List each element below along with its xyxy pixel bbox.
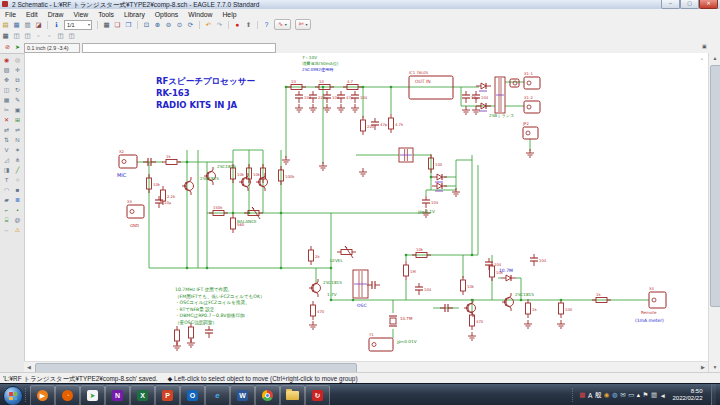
resistor[interactable]: 1k (162, 154, 181, 165)
copy-icon[interactable]: ⧉ (12, 75, 23, 85)
menu-view[interactable]: View (69, 11, 94, 18)
red-label[interactable]: Remote (641, 310, 657, 315)
ground-symbol[interactable] (295, 104, 303, 112)
resistor[interactable]: 150k (209, 205, 228, 216)
help-icon[interactable]: ? (262, 20, 272, 29)
menu-tools[interactable]: Tools (93, 11, 119, 18)
zoom-in-icon[interactable]: ⊕ (153, 20, 163, 29)
junction-dot[interactable] (430, 176, 433, 179)
zoom-out-icon[interactable]: ⊖ (164, 20, 174, 29)
resistor[interactable]: 1k (592, 292, 611, 303)
menu-edit[interactable]: Edit (21, 11, 43, 18)
blue-label[interactable]: 10.7M (499, 268, 513, 273)
menu-library[interactable]: Library (119, 11, 150, 18)
miter-icon[interactable]: ◿ (1, 155, 12, 165)
taskbar-app-file-explorer[interactable] (280, 385, 305, 405)
schematic-note[interactable]: ・DBMCはRP0.7～0.8V前後印加 (175, 313, 245, 319)
junction-dot[interactable] (280, 267, 283, 270)
top-note[interactable]: 消費電流(50mA位) (302, 61, 339, 66)
taskbar-app-firefox[interactable]: ◔ (55, 385, 80, 405)
green-label[interactable]: 2SC1815 (217, 164, 236, 169)
junction-dot[interactable] (560, 299, 563, 302)
ground-symbol[interactable] (468, 332, 476, 340)
taskbar-app-internet-explorer[interactable]: e (205, 385, 230, 405)
schematic-note[interactable]: ・OSCコイルはFCZコイルを推奨。 (175, 299, 250, 306)
ground-symbol[interactable] (319, 162, 327, 170)
vertical-scroll-thumb[interactable] (710, 65, 720, 307)
rotate-icon[interactable]: ↻ (12, 85, 23, 95)
green-label[interactable]: 2SC1815 (323, 280, 342, 285)
ground-symbol[interactable] (337, 104, 345, 112)
swap-layer2-icon[interactable]: ◫ (23, 31, 33, 40)
zoom-fit-icon[interactable]: ⊡ (142, 20, 152, 29)
transistor[interactable] (309, 279, 321, 297)
connector-box[interactable]: X4 (649, 286, 666, 308)
capacitor[interactable]: 104 (295, 91, 312, 103)
scroll-up-arrow[interactable]: ▲ (709, 53, 720, 63)
resistor[interactable]: 10k (461, 276, 475, 295)
polygon-icon[interactable]: ▰ (1, 195, 12, 205)
red-label[interactable]: 10.7M (400, 316, 413, 321)
green-label[interactable]: 2SC1815 (200, 176, 219, 181)
junction-dot[interactable] (405, 254, 408, 257)
transformer[interactable] (353, 270, 368, 298)
capacitor[interactable]: 103 (422, 196, 439, 208)
add-icon[interactable]: ⊞ (12, 115, 23, 125)
ground-symbol[interactable] (351, 104, 359, 112)
rect-icon[interactable]: ■ (12, 185, 23, 195)
junction-dot[interactable] (206, 267, 209, 270)
zoom-redraw-icon[interactable]: ⟳ (186, 20, 196, 29)
ground-symbol[interactable] (526, 149, 534, 157)
connector-box[interactable]: JP2 (522, 121, 538, 139)
run-icon[interactable]: ⬆ (244, 20, 254, 29)
promo-button-1[interactable]: ∿ ▾ (274, 19, 291, 30)
paste-icon[interactable]: ▣ (12, 105, 23, 115)
menu-options[interactable]: Options (150, 11, 183, 18)
top-note[interactable]: 7～10V (302, 55, 317, 60)
transistor[interactable] (182, 177, 194, 195)
ground-symbol[interactable] (472, 106, 480, 114)
junction-dot[interactable] (471, 254, 474, 257)
replace-icon[interactable]: ⇌ (12, 125, 23, 135)
capacitor[interactable]: 104 (351, 91, 368, 103)
transformer[interactable] (399, 148, 413, 162)
junction-dot[interactable] (186, 267, 189, 270)
change-icon[interactable]: ✎ (12, 95, 23, 105)
wire-icon[interactable]: ╱ (12, 165, 23, 175)
print-icon[interactable]: ▥ (23, 20, 33, 29)
close-button[interactable]: ✕ (699, 0, 718, 9)
junction-dot[interactable] (330, 267, 333, 270)
tray-icon-3[interactable]: ✉ (620, 391, 625, 399)
start-button[interactable] (3, 386, 23, 405)
schematic-note[interactable]: （要OSC強度調整） (175, 319, 217, 326)
text-icon[interactable]: T (1, 175, 12, 185)
stop-icon[interactable]: ● (233, 20, 243, 29)
transistor[interactable] (502, 293, 514, 311)
label-icon[interactable]: ⌸ (1, 215, 12, 225)
ground-symbol[interactable] (173, 342, 181, 350)
blue-label[interactable]: OSC (357, 303, 367, 308)
junction-dot[interactable] (520, 299, 523, 302)
transistor[interactable] (464, 299, 476, 317)
junction-dot[interactable] (471, 299, 474, 302)
resistor[interactable]: 4.7 (343, 79, 362, 90)
ground-symbol[interactable] (309, 321, 317, 329)
resistor[interactable]: 10 (287, 79, 306, 90)
connector-box[interactable]: X2 (119, 149, 137, 168)
promo-button-2[interactable]: ✄ ▾ (295, 19, 312, 30)
capacitor[interactable]: 47μ (337, 91, 354, 103)
show-desktop-button[interactable] (711, 384, 716, 405)
red-label[interactable]: GND (130, 223, 139, 228)
undo-icon[interactable]: ↶ (204, 20, 214, 29)
connector-box[interactable]: OUT INIC1 78L05 (409, 70, 453, 99)
redo-icon[interactable]: ↷ (215, 20, 225, 29)
set-icon[interactable]: ◫ (56, 31, 66, 40)
connector-box[interactable]: X3 (127, 199, 144, 218)
swap-layer-icon[interactable]: ◫ (12, 31, 22, 40)
schematic-note[interactable]: （FM用IFTでも、低いFCZコイルでもOK） (175, 294, 265, 300)
layer-settings-icon[interactable]: ❐ (124, 20, 134, 29)
resistor[interactable]: 1k (526, 299, 538, 318)
connector-box[interactable]: X1-2 (524, 95, 540, 113)
resistor[interactable]: 4.7k (389, 114, 405, 133)
schematic-note[interactable]: 10.7MHz IFT 使用で作図。 (175, 287, 232, 293)
